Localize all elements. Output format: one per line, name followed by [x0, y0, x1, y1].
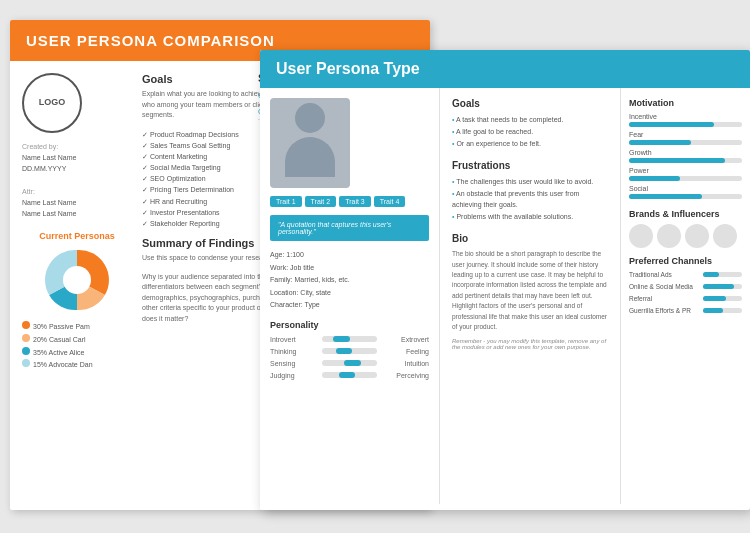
front-header: User Persona Type: [260, 50, 750, 88]
brand-icon-4: [713, 224, 737, 248]
svg-point-0: [63, 266, 91, 294]
front-left-panel: Trait 1Trait 2Trait 3Trait 4 "A quotatio…: [260, 88, 440, 504]
brands-section: Brands & Influencers: [629, 209, 742, 248]
motivation-row-4: Power: [629, 167, 742, 181]
motivation-section: Motivation Incentive Fear Growth Power S…: [629, 98, 742, 199]
personality-row-2: Thinking Feeling: [270, 348, 429, 355]
front-document: User Persona Type Trait 1Trait 2Trait 3T…: [260, 50, 750, 510]
motivation-row-5: Social: [629, 185, 742, 199]
brand-icon-2: [657, 224, 681, 248]
channel-row-4: Guerrilla Efforts & PR: [629, 307, 742, 314]
motivation-row-1: Incentive: [629, 113, 742, 127]
motivation-row-2: Fear: [629, 131, 742, 145]
trait-tag-1: Trait 1: [270, 196, 302, 207]
personality-section: Personality Introvert Extrovert Thinking…: [270, 320, 429, 379]
front-right-panel: Motivation Incentive Fear Growth Power S…: [620, 88, 750, 504]
pie-chart: [42, 245, 112, 315]
front-middle-panel: Goals A task that needs to be completed.…: [440, 88, 620, 504]
preferred-channels-section: Preferred Channels Traditional Ads Onlin…: [629, 256, 742, 314]
frustrations-section: Frustrations The challenges this user wo…: [452, 160, 608, 224]
logo: LOGO: [22, 73, 82, 133]
channel-row-3: Referral: [629, 295, 742, 302]
persona-avatar: [270, 98, 350, 188]
doc-meta: Created by: Name Last Name DD.MM.YYYY At…: [22, 141, 132, 219]
persona-quote: "A quotation that captures this user's p…: [270, 215, 429, 241]
personality-row-4: Judging Perceiving: [270, 372, 429, 379]
channel-row-2: Online & Social Media: [629, 283, 742, 290]
personality-row-3: Sensing Intuition: [270, 360, 429, 367]
brand-icons: [629, 224, 742, 248]
bio-section: Bio The bio should be a short paragraph …: [452, 233, 608, 350]
trait-tag-2: Trait 2: [305, 196, 337, 207]
brand-icon-3: [685, 224, 709, 248]
front-goals-section: Goals A task that needs to be completed.…: [452, 98, 608, 150]
brand-icon-1: [629, 224, 653, 248]
motivation-row-3: Growth: [629, 149, 742, 163]
trait-tags: Trait 1Trait 2Trait 3Trait 4: [270, 196, 429, 207]
trait-tag-4: Trait 4: [374, 196, 406, 207]
pie-chart-section: Current Personas 30% Passive Pam 20% Cas…: [22, 231, 132, 371]
channel-row-1: Traditional Ads: [629, 271, 742, 278]
personality-row-1: Introvert Extrovert: [270, 336, 429, 343]
pie-legend: 30% Passive Pam 20% Casual Carl 35% Acti…: [22, 321, 132, 371]
trait-tag-3: Trait 3: [339, 196, 371, 207]
person-info: Age: 1:100 Work: Job title Family: Marri…: [270, 249, 429, 312]
